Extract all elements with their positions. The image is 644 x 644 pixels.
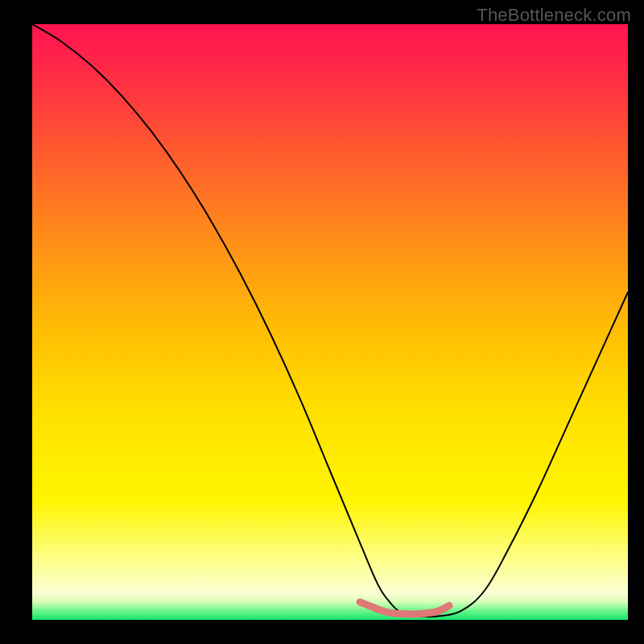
chart-frame: TheBottleneck.com bbox=[0, 0, 644, 644]
chart-svg bbox=[32, 24, 628, 620]
watermark-label: TheBottleneck.com bbox=[477, 5, 631, 26]
bottleneck-curve bbox=[32, 24, 628, 617]
optimal-zone-curve bbox=[360, 602, 449, 614]
plot-area bbox=[32, 24, 628, 620]
